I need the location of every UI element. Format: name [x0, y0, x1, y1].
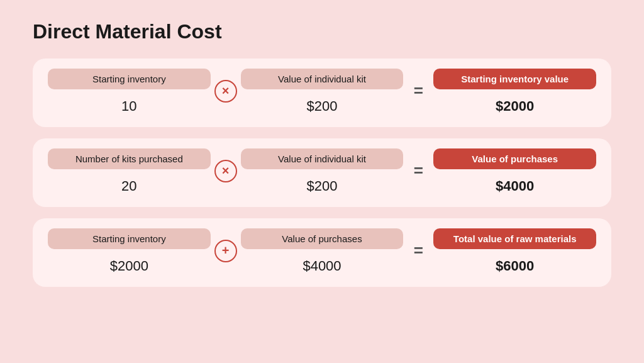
equation-row-1: Number of kits purchased20×Value of indi…: [33, 138, 611, 207]
cell-label-2-4: Total value of raw materials: [433, 228, 596, 249]
cell-group-2-4: Total value of raw materials$6000: [433, 228, 596, 277]
cell-label-2-2: Value of purchases: [241, 228, 404, 249]
cell-group-2-2: Value of purchases$4000: [241, 228, 404, 277]
cell-group-0-4: Starting inventory value$2000: [433, 69, 596, 117]
cell-label-1-4: Value of purchases: [433, 148, 596, 169]
cell-group-0-2: Value of individual kit$200: [241, 69, 404, 117]
cell-group-1-0: Number of kits purchased20: [48, 148, 211, 197]
operator-2-1: +: [211, 240, 241, 266]
page-container: Direct Material Cost Starting inventory1…: [0, 0, 644, 363]
operator-1-1: ×: [211, 160, 241, 186]
cell-label-1-2: Value of individual kit: [241, 148, 404, 169]
operator-symbol: ×: [214, 160, 237, 182]
cell-value-2-0: $2000: [48, 255, 211, 277]
equals-symbol: =: [414, 161, 423, 181]
cell-group-2-0: Starting inventory$2000: [48, 228, 211, 277]
cell-label-1-0: Number of kits purchased: [48, 148, 211, 169]
page-title: Direct Material Cost: [33, 20, 611, 43]
cell-label-0-0: Starting inventory: [48, 69, 211, 89]
cell-label-0-4: Starting inventory value: [433, 69, 596, 89]
equation-row-0: Starting inventory10×Value of individual…: [33, 59, 611, 127]
operator-symbol: +: [214, 240, 237, 262]
cell-group-1-2: Value of individual kit$200: [241, 148, 404, 197]
equals-1-3: =: [403, 161, 433, 184]
cell-group-0-0: Starting inventory10: [48, 69, 211, 117]
cell-label-2-0: Starting inventory: [48, 228, 211, 249]
equals-symbol: =: [414, 81, 423, 101]
cell-value-2-4: $6000: [433, 255, 596, 277]
equals-2-3: =: [403, 241, 433, 264]
cell-value-0-0: 10: [48, 96, 211, 117]
cell-value-1-2: $200: [241, 176, 404, 197]
equals-0-3: =: [403, 81, 433, 104]
cell-value-1-4: $4000: [433, 176, 596, 197]
cell-value-1-0: 20: [48, 176, 211, 197]
equation-row-2: Starting inventory$2000+Value of purchas…: [33, 218, 611, 287]
cell-group-1-4: Value of purchases$4000: [433, 148, 596, 197]
operator-symbol: ×: [214, 80, 237, 103]
operator-0-1: ×: [211, 80, 241, 106]
cell-value-2-2: $4000: [241, 255, 404, 277]
equals-symbol: =: [414, 241, 423, 260]
cell-value-0-4: $2000: [433, 96, 596, 117]
cell-value-0-2: $200: [241, 96, 404, 117]
cell-label-0-2: Value of individual kit: [241, 69, 404, 89]
